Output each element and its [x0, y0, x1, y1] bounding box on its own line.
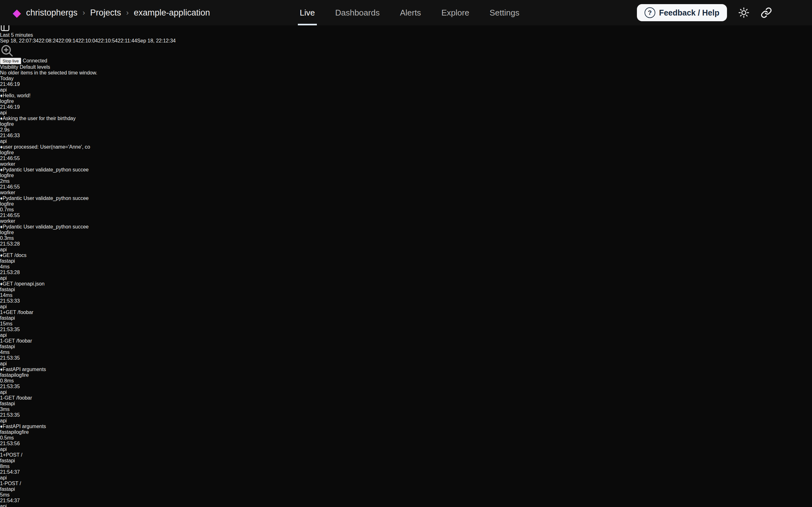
row-duration: 14ms: [0, 292, 812, 298]
brand: ◆ christophergs›Projects›example-applica…: [13, 7, 210, 18]
tag-logfire[interactable]: logfire: [0, 121, 14, 127]
row-message: POST /: [4, 481, 21, 486]
time-range-dropdown[interactable]: Last 5 minutes: [0, 32, 33, 38]
children-count-badge[interactable]: 1-: [0, 395, 4, 400]
breadcrumb-item[interactable]: Projects: [90, 8, 121, 18]
breadcrumb-item[interactable]: example-application: [134, 8, 210, 18]
tag-fastapi[interactable]: fastapi: [0, 287, 15, 292]
log-row[interactable]: 21:46:55worker♦Pydantic User validate_py…: [0, 184, 812, 213]
row-timestamp: 21:46:55: [0, 213, 812, 218]
tag-logfire[interactable]: logfire: [0, 230, 14, 235]
log-row[interactable]: 21:53:35api1-GET /foobarfastapi3ms: [0, 384, 812, 412]
row-timestamp: 21:54:37: [0, 498, 812, 504]
log-row[interactable]: 21:53:28api♦GET /openapi.jsonfastapi14ms: [0, 270, 812, 298]
tag-logfire[interactable]: logfire: [0, 150, 14, 155]
tag-logfire[interactable]: logfire: [15, 372, 29, 378]
span-diamond-icon: ♦: [0, 281, 3, 286]
tag-fastapi[interactable]: fastapi: [0, 372, 15, 378]
log-row[interactable]: 21:54:37api1-POST /fastapi5ms: [0, 469, 812, 498]
log-row[interactable]: 21:54:37api♦FastAPI argumentsfastapilogf…: [0, 498, 812, 507]
tag-logfire[interactable]: logfire: [15, 429, 29, 435]
breadcrumb: christophergs›Projects›example-applicati…: [26, 8, 210, 18]
row-timestamp: 21:53:28: [0, 270, 812, 275]
nav-right: ? Feedback / Help: [637, 0, 799, 25]
row-duration: 2ms: [0, 178, 812, 184]
tag-fastapi[interactable]: fastapi: [0, 458, 15, 463]
log-row[interactable]: 21:46:33api♦user processed: User(name='A…: [0, 133, 812, 156]
logfire-logo-icon[interactable]: ◆: [13, 7, 21, 18]
span-diamond-icon: ♦: [0, 224, 3, 229]
service-badge-worker: worker: [0, 218, 15, 224]
log-row[interactable]: 21:46:55worker♦Pydantic User validate_py…: [0, 156, 812, 184]
nav-tab-settings[interactable]: Settings: [490, 0, 519, 25]
log-row[interactable]: 21:53:56api1+POST /fastapi8ms: [0, 441, 812, 469]
default-levels-dropdown[interactable]: Default levels: [20, 64, 50, 70]
row-duration: 3ms: [0, 406, 812, 412]
service-badge-api: api: [0, 418, 7, 424]
log-row[interactable]: 21:53:35api♦FastAPI argumentsfastapilogf…: [0, 355, 812, 384]
visibility-dropdown[interactable]: Visibility: [0, 64, 20, 70]
children-count-badge[interactable]: 1+: [0, 452, 6, 458]
service-badge-api: api: [0, 110, 7, 115]
tag-logfire[interactable]: logfire: [0, 173, 14, 178]
service-badge-api: api: [0, 247, 7, 252]
today-button[interactable]: Today: [0, 76, 812, 81]
service-badge-worker: worker: [0, 161, 15, 167]
zoom-in-icon[interactable]: [0, 44, 812, 58]
tag-logfire[interactable]: logfire: [0, 201, 14, 207]
row-timestamp: 21:46:55: [0, 184, 812, 190]
log-row[interactable]: 21:46:55worker♦Pydantic User validate_py…: [0, 213, 812, 241]
feedback-help-button[interactable]: ? Feedback / Help: [637, 4, 727, 21]
log-row[interactable]: 21:53:35api♦FastAPI argumentsfastapilogf…: [0, 412, 812, 441]
tag-fastapi[interactable]: fastapi: [0, 258, 15, 264]
tag-fastapi[interactable]: fastapi: [0, 487, 15, 492]
row-timestamp: 21:46:33: [0, 133, 812, 138]
service-badge-api: api: [0, 504, 7, 507]
row-duration: 0.8ms: [0, 378, 812, 384]
row-message: Hello, world!: [3, 93, 31, 98]
tag-fastapi[interactable]: fastapi: [0, 401, 15, 406]
log-row[interactable]: 21:53:28api♦GET /docsfastapi4ms: [0, 241, 812, 270]
nav-tab-explore[interactable]: Explore: [441, 0, 469, 25]
log-row[interactable]: 21:46:19api♦Hello, world!logfire: [0, 81, 812, 104]
theme-toggle-icon[interactable]: [738, 7, 750, 19]
nav-tab-dashboards[interactable]: Dashboards: [335, 0, 380, 25]
span-diamond-icon: ♦: [0, 367, 3, 372]
children-count-badge[interactable]: 1+: [0, 309, 6, 315]
nav-tab-live[interactable]: Live: [300, 0, 315, 25]
breadcrumb-separator: ›: [83, 8, 85, 17]
tag-fastapi[interactable]: fastapi: [0, 429, 15, 435]
connection-status: Connected: [23, 58, 47, 63]
breadcrumb-item[interactable]: christophergs: [26, 8, 78, 18]
row-timestamp: 21:53:35: [0, 384, 812, 389]
top-nav: ◆ christophergs›Projects›example-applica…: [0, 0, 812, 25]
children-count-badge[interactable]: 1-: [0, 338, 4, 343]
row-timestamp: 21:46:19: [0, 104, 812, 110]
log-row[interactable]: 21:53:33api1+GET /foobarfastapi15ms: [0, 298, 812, 327]
nav-tabs: LiveDashboardsAlertsExploreSettings: [300, 0, 519, 25]
log-row[interactable]: 21:53:35api1-GET /foobarfastapi4ms: [0, 327, 812, 355]
service-badge-api: api: [0, 447, 7, 452]
row-message: POST /: [6, 452, 22, 458]
timeline[interactable]: Sep 18, 22:07:3422:08:2422:09:1422:10:04…: [0, 38, 812, 44]
log-row[interactable]: 21:46:19api♦Asking the user for their bi…: [0, 104, 812, 133]
children-count-badge[interactable]: 1-: [0, 481, 4, 486]
row-message: Pydantic User validate_python succee: [3, 167, 89, 172]
row-message: Pydantic User validate_python succee: [3, 224, 89, 229]
time-range-label: Last 5 minutes: [0, 32, 33, 38]
row-timestamp: 21:53:28: [0, 241, 812, 247]
share-link-icon[interactable]: [761, 7, 772, 18]
tag-fastapi[interactable]: fastapi: [0, 315, 15, 321]
service-badge-api: api: [0, 475, 7, 481]
row-duration: 2.9s: [0, 127, 812, 133]
row-timestamp: 21:53:35: [0, 412, 812, 418]
span-diamond-icon: ♦: [0, 144, 3, 150]
user-avatar[interactable]: [783, 4, 799, 21]
tag-fastapi[interactable]: fastapi: [0, 344, 15, 349]
stop-live-button[interactable]: Stop live: [0, 58, 21, 64]
timeline-tick-label: 22:08:24: [39, 38, 58, 43]
row-timestamp: 21:53:56: [0, 441, 812, 447]
timeline-tick-label: 22:10:54: [98, 38, 118, 43]
nav-tab-alerts[interactable]: Alerts: [400, 0, 421, 25]
tag-logfire[interactable]: logfire: [0, 99, 14, 104]
